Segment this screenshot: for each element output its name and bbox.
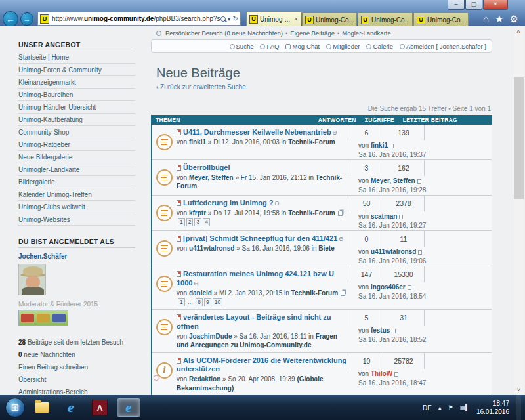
topic-title-link[interactable]: Überrollbügel bbox=[177, 163, 347, 173]
sidebar-item[interactable]: Neue Bildergalerie bbox=[18, 151, 135, 163]
topic-author-link[interactable]: Meyer, Steffen bbox=[189, 174, 234, 181]
tab-close-icon[interactable]: × bbox=[295, 16, 298, 22]
home-icon[interactable]: ⌂ bbox=[483, 13, 489, 25]
topic-title-link[interactable]: Luftfederung im Unimog ?ϴ bbox=[177, 199, 347, 208]
goto-last-post-icon[interactable] bbox=[417, 179, 421, 184]
sidebar-item[interactable]: Unimog-Ratgeber bbox=[18, 138, 135, 151]
page-number-button[interactable]: 1 bbox=[178, 298, 185, 306]
search-icon[interactable] bbox=[220, 16, 226, 22]
last-post-author-link[interactable]: festus bbox=[371, 327, 390, 334]
last-post-author-link[interactable]: Meyer, Steffen bbox=[371, 177, 415, 184]
topic-author-link[interactable]: kfrptr bbox=[189, 209, 206, 217]
browser-tab[interactable]: UUnimog-Co... bbox=[358, 12, 413, 26]
scroll-down-icon[interactable]: ˅ bbox=[513, 385, 524, 395]
topic-author-link[interactable]: u411wtalronsd bbox=[189, 245, 234, 252]
last-post-author-link[interactable]: finki1 bbox=[371, 142, 388, 149]
sidebar-user-link[interactable]: Übersicht bbox=[18, 373, 151, 386]
page-number-button[interactable]: 1 bbox=[178, 218, 185, 226]
breadcrumb-link[interactable]: Persönlicher Bereich (0 neue Nachrichten… bbox=[165, 30, 283, 37]
sidebar-user-link[interactable]: Einen Beitrag schreiben bbox=[18, 361, 151, 373]
topic-author-link[interactable]: Redaktion bbox=[189, 375, 220, 383]
maximize-button[interactable]: ▢ bbox=[465, 0, 482, 10]
sidebar-item[interactable]: Bildergalerie bbox=[18, 176, 135, 188]
sidebar-username-link[interactable]: Jochen.Schäfer bbox=[18, 253, 151, 260]
topic-title-link[interactable]: Als UCOM-Förderer 2016 die Weiterentwick… bbox=[177, 356, 347, 375]
last-post-author-link[interactable]: ingos406er bbox=[371, 284, 406, 291]
toolbar-link-suche[interactable]: Suche bbox=[230, 43, 254, 50]
sidebar-item[interactable]: Kleinanzeigenmarkt bbox=[18, 76, 135, 89]
topic-author-link[interactable]: danield bbox=[189, 289, 212, 297]
show-desktop-button[interactable] bbox=[516, 395, 521, 420]
network-icon[interactable]: ▩▍ bbox=[460, 404, 470, 411]
toolbar-link-galerie[interactable]: Galerie bbox=[366, 43, 393, 50]
topic-forum-link[interactable]: Technik-Forum bbox=[291, 289, 338, 297]
goto-last-post-icon[interactable] bbox=[394, 372, 398, 377]
topic-author-link[interactable]: JoachimDude bbox=[189, 333, 232, 340]
settings-gear-icon[interactable]: ⚙ bbox=[510, 13, 518, 25]
sidebar-item[interactable]: Unimog-Foren & Community bbox=[18, 64, 135, 76]
topic-forum-link[interactable]: Technik-Forum bbox=[288, 138, 335, 146]
url-text[interactable]: http://www.unimog-community.de/phpBB3/se… bbox=[52, 15, 220, 22]
browser-tab[interactable]: UUnimog-Co... bbox=[413, 12, 469, 26]
forward-button[interactable]: → bbox=[20, 12, 33, 26]
page-number-button[interactable]: 9 bbox=[204, 298, 211, 306]
back-to-search-link[interactable]: ‹ Zurück zur erweiterten Suche bbox=[156, 83, 492, 91]
refresh-icon[interactable]: ↻ bbox=[233, 15, 238, 22]
page-number-button[interactable]: 3 bbox=[194, 218, 201, 226]
sidebar-user-link[interactable]: Administrations-Bereich bbox=[18, 386, 151, 395]
sidebar-item[interactable]: Unimogler-Landkarte bbox=[18, 163, 135, 176]
sidebar-item[interactable]: Unimog-Clubs weltweit bbox=[18, 201, 135, 213]
page-number-button[interactable]: 10 bbox=[213, 298, 222, 306]
sidebar-item[interactable]: Unimog-Websites bbox=[18, 213, 135, 226]
taskbar-ie-active-icon[interactable]: e bbox=[117, 398, 140, 417]
start-button[interactable]: ⊞ bbox=[5, 398, 25, 417]
action-center-flag-icon[interactable]: ⚑ bbox=[448, 404, 453, 411]
goto-last-post-icon[interactable] bbox=[408, 285, 411, 290]
toolbar-link-mog-chat[interactable]: Mog-Chat bbox=[285, 43, 320, 50]
toolbar-link-faq[interactable]: FAQ bbox=[260, 43, 279, 50]
sidebar-item[interactable]: Startseite | Home bbox=[18, 51, 135, 64]
vertical-scrollbar[interactable]: ˄ ˅ bbox=[513, 26, 524, 395]
taskbar-clock[interactable]: 18:47 16.01.2016 bbox=[476, 399, 509, 416]
back-button[interactable]: ← bbox=[3, 11, 18, 27]
goto-last-post-icon[interactable] bbox=[390, 144, 394, 148]
favorites-star-icon[interactable]: ★ bbox=[495, 13, 503, 25]
topic-title-link[interactable]: [privat] Schmidt Schneepflug für den 411… bbox=[177, 234, 347, 243]
goto-last-post-icon[interactable] bbox=[392, 329, 396, 333]
toolbar-link-abmelden[interactable]: Abmelden [ Jochen.Schäfer ] bbox=[400, 43, 486, 50]
last-post-author-link[interactable]: ThiloW bbox=[371, 370, 392, 377]
page-number-button[interactable]: 2 bbox=[186, 218, 194, 226]
topic-title-link[interactable]: verändertes Layout - Beiträge sind nicht… bbox=[177, 313, 347, 331]
taskbar-adobe-reader-icon[interactable]: Λ bbox=[88, 398, 112, 417]
topic-title-link[interactable]: Restauration meines Unimog 424.121 bzw U… bbox=[177, 270, 347, 288]
breadcrumb-link[interactable]: Eigene Beiträge bbox=[290, 30, 335, 37]
toolbar-link-mitglieder[interactable]: Mitglieder bbox=[326, 43, 360, 50]
taskbar-explorer-icon[interactable] bbox=[30, 398, 54, 417]
last-post-author-link[interactable]: u411wtalronsd bbox=[371, 248, 416, 255]
last-post-author-link[interactable]: scatman bbox=[371, 213, 398, 220]
browser-tab[interactable]: UUnimog-Co... bbox=[302, 12, 357, 26]
address-bar[interactable]: U http://www.unimog-community.de/phpBB3/… bbox=[37, 12, 241, 26]
tray-expand-icon[interactable]: ▴ bbox=[438, 404, 442, 411]
sidebar-item[interactable]: Unimog-Händler-Übersicht bbox=[18, 101, 135, 114]
sidebar-item[interactable]: Unimog-Baureihen bbox=[18, 89, 135, 101]
sidebar-item[interactable]: Unimog-Kaufberatung bbox=[18, 114, 135, 126]
goto-last-post-icon[interactable] bbox=[399, 215, 403, 219]
topic-title-link[interactable]: U411, Durchmesser Keilwelle Nebenantrieb… bbox=[177, 128, 347, 137]
chevron-down-icon[interactable]: ▾ bbox=[228, 15, 231, 22]
language-indicator[interactable]: DE bbox=[423, 404, 432, 411]
scrollbar-thumb[interactable] bbox=[514, 77, 524, 199]
goto-last-post-icon[interactable] bbox=[418, 250, 422, 255]
sidebar-item[interactable]: Community-Shop bbox=[18, 126, 135, 138]
scroll-up-icon[interactable]: ˄ bbox=[513, 26, 524, 37]
taskbar-ie-icon[interactable]: e bbox=[59, 398, 83, 417]
page-number-button[interactable]: 8 bbox=[196, 298, 203, 306]
breadcrumb-link[interactable]: Mogler-Landkarte bbox=[342, 30, 390, 37]
topic-author-link[interactable]: finki1 bbox=[189, 138, 206, 146]
topic-forum-link[interactable]: Biete bbox=[318, 245, 334, 252]
sidebar-item[interactable]: Kalender Unimog-Treffen bbox=[18, 188, 135, 201]
topic-forum-link[interactable]: Technik-Forum bbox=[288, 209, 335, 217]
browser-tab[interactable]: UUnimog-...× bbox=[246, 11, 301, 26]
minimize-button[interactable]: – bbox=[448, 0, 465, 10]
close-button[interactable]: × bbox=[483, 0, 508, 10]
